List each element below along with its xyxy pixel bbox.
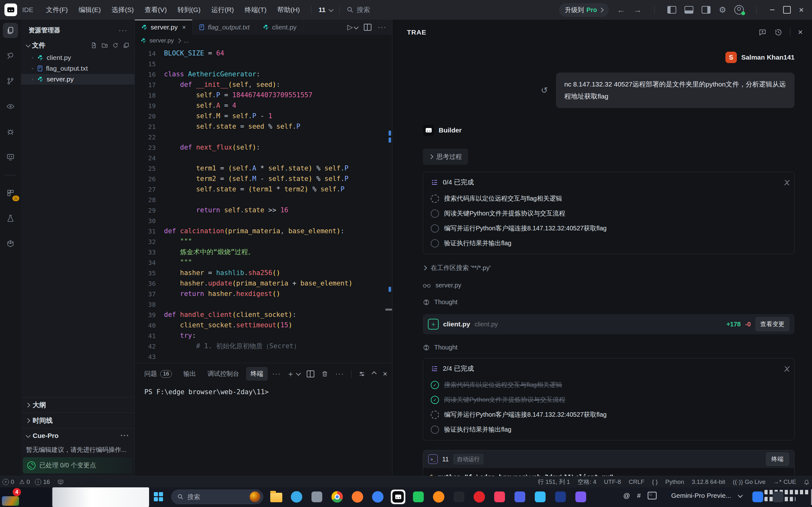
taskbar-app-firefox[interactable]	[350, 490, 365, 504]
code-line[interactable]: 43	[135, 351, 392, 362]
taskbar-app-app-dark[interactable]	[771, 490, 785, 504]
breadcrumb[interactable]: server.py ...	[135, 35, 392, 46]
window-close-button[interactable]: ×	[799, 5, 804, 15]
code-line[interactable]: 38	[135, 299, 392, 309]
preview-eye-icon[interactable]	[3, 99, 18, 114]
split-terminal-button[interactable]	[307, 371, 314, 377]
tab-server.py[interactable]: server.py×	[135, 20, 193, 35]
code-line[interactable]: 42 # 1. 初始化原初物质（Secret）	[135, 341, 392, 351]
taskbar-app-app-skyblue[interactable]	[533, 490, 548, 504]
taskbar-app-app-blue2[interactable]	[751, 490, 765, 504]
toggle-left-panel-button[interactable]	[667, 6, 676, 14]
search-activity-icon[interactable]	[3, 48, 18, 63]
code-line[interactable]: 25 term1 = (self.A * self.state) % self.…	[135, 163, 392, 174]
window-minimize-button[interactable]: −	[769, 5, 774, 15]
cursor-position[interactable]: 行 151, 列 1	[538, 478, 570, 486]
window-maximize-button[interactable]	[783, 6, 791, 14]
code-line[interactable]: 24	[135, 153, 392, 163]
code-line[interactable]: 30	[135, 216, 392, 226]
notifications-bell-icon[interactable]	[804, 479, 809, 485]
code-line[interactable]: 28	[135, 194, 392, 205]
code-line[interactable]: 35 hasher = hashlib.sha256()	[135, 268, 392, 278]
new-chat-icon[interactable]	[758, 28, 767, 37]
panel-tabs-more-button[interactable]: ···	[272, 370, 281, 378]
editor-more-button[interactable]: ···	[378, 23, 387, 32]
file-row-client.py[interactable]: client.py	[21, 52, 135, 63]
scrollbar-handle[interactable]	[386, 308, 392, 311]
new-folder-icon[interactable]	[101, 42, 108, 49]
menu-查看(V)[interactable]: 查看(V)	[140, 3, 171, 17]
undo-icon[interactable]: ↺	[541, 86, 548, 95]
terminal-prompt[interactable]: PS F:\edge browser\web-2day\11>	[135, 383, 392, 396]
collapse-all-icon[interactable]	[123, 42, 130, 49]
start-button[interactable]	[152, 490, 165, 504]
status-UTF-8[interactable]: UTF-8	[604, 478, 621, 486]
code-line[interactable]: 14BLOCK_SIZE = 64	[135, 48, 392, 59]
files-section-header[interactable]: 文件	[21, 38, 135, 52]
panel-tab-调试控制台[interactable]: 调试控制台	[203, 367, 244, 381]
taskbar-app-music-dark[interactable]	[452, 490, 466, 504]
code-line[interactable]: 29 return self.state >> 16	[135, 205, 392, 216]
view-changes-button[interactable]: 查看变更	[755, 317, 790, 331]
terminal-settings-icon[interactable]	[358, 371, 365, 377]
code-line[interactable]: 17 def __init__(self, seed):	[135, 79, 392, 90]
tab-client.py[interactable]: client.py	[256, 20, 303, 35]
code-line[interactable]: 15	[135, 59, 392, 69]
refresh-icon[interactable]	[112, 42, 119, 49]
close-panel-icon[interactable]: ×	[798, 27, 803, 37]
remote-code-icon[interactable]	[3, 150, 18, 165]
forward-button[interactable]: →	[633, 5, 642, 15]
file-change-card[interactable]: ＋ client.py client.py +178 -0 查看变更	[423, 314, 795, 334]
taskbar-app-app-monitor[interactable]	[310, 490, 324, 504]
menu-选择(S)[interactable]: 选择(S)	[107, 3, 138, 17]
code-line[interactable]: 22	[135, 132, 392, 142]
extensions-icon[interactable]: ⚠	[3, 185, 18, 201]
code-line[interactable]: 39def handle_client(client_socket):	[135, 309, 392, 320]
history-icon[interactable]	[774, 28, 782, 37]
code-line[interactable]: 27 self.state = (term1 * term2) % self.P	[135, 184, 392, 194]
code-line[interactable]: 18 self.P = 18446744073709551557	[135, 90, 392, 101]
new-terminal-button[interactable]: ＋	[287, 369, 300, 379]
menu-终端(T)[interactable]: 终端(T)	[240, 3, 271, 17]
status-{ }[interactable]: { }	[652, 478, 658, 486]
workspace-search-row[interactable]: 在工作区搜索 '**/*.py'	[423, 264, 795, 272]
code-line[interactable]: 37 return hasher.hexdigest()	[135, 289, 392, 299]
taskbar-app-app-blue[interactable]	[370, 490, 385, 504]
code-line[interactable]: 31def calcination(prima_materia, base_el…	[135, 226, 392, 236]
taskbar-app-app-indigo[interactable]	[513, 490, 527, 504]
ports-icon[interactable]	[57, 479, 64, 485]
panel-more-button[interactable]: ···	[335, 370, 344, 378]
taskbar-app-app-purple[interactable]	[573, 490, 588, 504]
account-avatar-icon[interactable]	[734, 5, 744, 14]
workspace-switcher[interactable]: 11	[318, 6, 332, 14]
back-button[interactable]: ←	[617, 5, 625, 15]
status-CRLF[interactable]: CRLF	[629, 478, 645, 486]
menu-编辑(E)[interactable]: 编辑(E)	[74, 3, 105, 17]
panel-close-button[interactable]: ×	[383, 370, 387, 378]
explorer-activity-icon[interactable]	[3, 23, 18, 38]
menu-转到(G)[interactable]: 转到(G)	[173, 3, 205, 17]
code-line[interactable]: 36 hasher.update(prima_materia + base_el…	[135, 278, 392, 289]
file-row-server.py[interactable]: server.py	[21, 74, 135, 84]
code-line[interactable]: 21 self.state = seed % self.P	[135, 121, 392, 132]
menu-帮助(H)[interactable]: 帮助(H)	[273, 3, 304, 17]
code-line[interactable]: 33 炼金术中的“煅烧”过程。	[135, 247, 392, 257]
taskbar-app-edge-browser[interactable]	[289, 490, 304, 504]
cue-button[interactable]: →*CUE	[773, 478, 796, 486]
widgets-tile[interactable]: 4	[0, 487, 51, 507]
outline-section[interactable]: 大纲	[21, 397, 135, 412]
collapse-card-icon[interactable]	[785, 365, 789, 373]
run-python-button[interactable]: ▷	[347, 23, 357, 32]
toggle-right-panel-button[interactable]	[702, 6, 711, 14]
code-line[interactable]: 40 client_socket.settimeout(15)	[135, 320, 392, 331]
explorer-more-button[interactable]: ···	[119, 26, 128, 35]
code-line[interactable]: 19 self.A = 4	[135, 101, 392, 111]
code-line[interactable]: 23 def next_flux(self):	[135, 142, 392, 153]
taskbar-search[interactable]: 搜索	[171, 490, 263, 504]
trash-icon[interactable]	[321, 371, 328, 377]
problems-status[interactable]: × 0 ⚠ 0 i 16	[3, 478, 50, 486]
tab-flag_output.txt[interactable]: flag_output.txt	[193, 20, 256, 35]
code-line[interactable]: 20 self.M = self.P - 1	[135, 111, 392, 121]
code-line[interactable]: 26 term2 = (self.M - self.state) % self.…	[135, 174, 392, 184]
panel-tab-输出[interactable]: 输出	[179, 367, 200, 381]
